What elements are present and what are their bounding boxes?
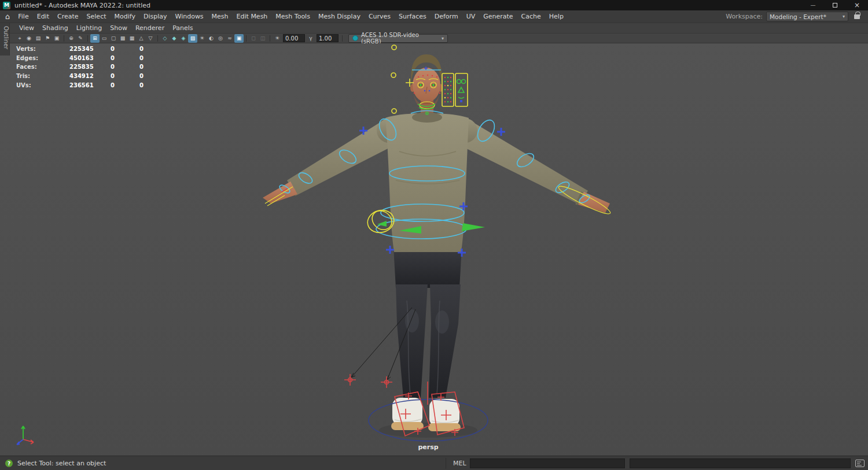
- menu-create[interactable]: Create: [53, 10, 83, 23]
- select-camera-icon[interactable]: ⌖: [15, 34, 24, 43]
- menu-deform[interactable]: Deform: [431, 10, 462, 23]
- mel-toggle[interactable]: MEL: [453, 460, 466, 467]
- exposure-field[interactable]: [283, 34, 305, 42]
- toolbar-separator: [157, 35, 158, 42]
- hud-value: 434912: [69, 72, 87, 81]
- hud-component-count: 0: [115, 81, 144, 90]
- panel-menu-shading[interactable]: Shading: [38, 23, 72, 34]
- gate-mask-icon[interactable]: ▩: [118, 34, 127, 43]
- panel-menu-renderer[interactable]: Renderer: [131, 23, 168, 34]
- hud-row: Faces: 225835 0 0: [16, 62, 144, 72]
- menu-display[interactable]: Display: [139, 10, 171, 23]
- main-menus: FileEditCreateSelectModifyDisplayWindows…: [14, 10, 568, 23]
- hud-label: UVs:: [16, 81, 69, 90]
- menu-select[interactable]: Select: [83, 10, 111, 23]
- camera-name-label: persp: [405, 443, 451, 451]
- minimize-button[interactable]: —: [802, 0, 824, 10]
- hud-value: 450163: [69, 54, 87, 63]
- gamma-field[interactable]: [317, 34, 339, 42]
- perspective-viewport[interactable]: Verts: 225345 0 0 Edges: 450163 0 0 Face…: [0, 43, 868, 456]
- image-plane-icon[interactable]: ▣: [52, 34, 61, 43]
- gamma-icon[interactable]: γ: [306, 34, 315, 43]
- window-title: untitled* - Autodesk MAYA 2022.2: untitl…: [14, 2, 150, 9]
- axis-gizmo: [17, 426, 34, 445]
- menu-modify[interactable]: Modify: [111, 10, 139, 23]
- menu-edit-mesh[interactable]: Edit Mesh: [233, 10, 272, 23]
- film-gate-icon[interactable]: ▭: [100, 34, 109, 43]
- bookmark-icon[interactable]: ⚑: [43, 34, 52, 43]
- textured-icon[interactable]: ▨: [188, 34, 197, 43]
- outliner-tab[interactable]: Outliner: [0, 23, 10, 55]
- hud-component-count: 0: [115, 62, 144, 72]
- menu-uv[interactable]: UV: [462, 10, 480, 23]
- 2d-pan-zoom-icon[interactable]: ⊕: [67, 34, 76, 43]
- workspace-dropdown[interactable]: Modeling - Expert* ▾: [766, 12, 848, 21]
- anti-alias-icon[interactable]: ▣: [234, 34, 244, 43]
- safe-title-icon[interactable]: ▽: [146, 34, 155, 43]
- hud-selected-count: 0: [87, 45, 115, 54]
- toolbar-separator: [246, 35, 247, 42]
- panel-menu-show[interactable]: Show: [106, 23, 131, 34]
- motion-blur-icon[interactable]: ≈: [225, 34, 234, 43]
- maximize-icon: [833, 3, 837, 8]
- hud-label: Verts:: [16, 45, 69, 54]
- isolate-select-icon[interactable]: ◻: [249, 34, 258, 43]
- lock-camera-icon[interactable]: ◉: [24, 34, 34, 43]
- command-result-field[interactable]: [630, 458, 851, 468]
- hud-value: 236561: [69, 81, 87, 90]
- menu-file[interactable]: File: [14, 10, 32, 23]
- status-help-text: Select Tool: select an object: [17, 460, 106, 467]
- left-hand: [263, 182, 297, 203]
- color-management-icon: [352, 35, 358, 41]
- exposure-icon[interactable]: ☀: [273, 34, 282, 43]
- jeans: [393, 247, 462, 398]
- heads-up-display: Verts: 225345 0 0 Edges: 450163 0 0 Face…: [16, 45, 144, 90]
- view-transform-value: ACES 1.0 SDR-video (sRGB): [361, 32, 439, 45]
- view-transform-dropdown[interactable]: ACES 1.0 SDR-video (sRGB) ▾: [348, 34, 448, 43]
- mel-command-input[interactable]: [470, 458, 625, 468]
- wireframe-icon[interactable]: ◇: [160, 34, 170, 43]
- script-editor-icon[interactable]: [855, 459, 865, 468]
- panel-toolbar: ⌖◉▤⚑▣⊕✎⊞▭▢▩▦△▽◇◆◈▨☀◐◎≈▣◻◫ ☀ γ ACES 1.0 S…: [0, 34, 868, 43]
- panel-menu-view[interactable]: View: [15, 23, 38, 34]
- hud-row: Tris: 434912 0 0: [16, 72, 144, 81]
- menu-surfaces[interactable]: Surfaces: [395, 10, 431, 23]
- hud-row: UVs: 236561 0 0: [16, 81, 144, 90]
- main-menu-bar: ⌂ FileEditCreateSelectModifyDisplayWindo…: [0, 10, 868, 23]
- lock-icon[interactable]: [854, 14, 860, 19]
- home-icon[interactable]: ⌂: [3, 12, 14, 21]
- wireframe-on-shaded-icon[interactable]: ◈: [179, 34, 188, 43]
- x-ray-icon[interactable]: ◫: [258, 34, 267, 43]
- menu-help[interactable]: Help: [545, 10, 568, 23]
- safe-action-icon[interactable]: △: [137, 34, 146, 43]
- maximize-button[interactable]: [824, 0, 846, 10]
- hud-label: Edges:: [16, 54, 69, 63]
- use-all-lights-icon[interactable]: ☀: [197, 34, 207, 43]
- field-chart-icon[interactable]: ▦: [127, 34, 137, 43]
- menu-generate[interactable]: Generate: [479, 10, 517, 23]
- maya-window: M untitled* - Autodesk MAYA 2022.2: unti…: [0, 0, 868, 470]
- grease-pencil-icon[interactable]: ✎: [76, 34, 85, 43]
- menu-mesh-tools[interactable]: Mesh Tools: [271, 10, 314, 23]
- menu-mesh[interactable]: Mesh: [208, 10, 233, 23]
- grid-icon[interactable]: ⊞: [90, 34, 100, 43]
- chevron-down-icon: ▾: [442, 36, 444, 41]
- menu-mesh-display[interactable]: Mesh Display: [314, 10, 365, 23]
- status-bar: ? Select Tool: select an object MEL: [0, 456, 868, 470]
- menu-curves[interactable]: Curves: [365, 10, 395, 23]
- close-button[interactable]: ×: [846, 0, 868, 10]
- menu-edit[interactable]: Edit: [33, 10, 53, 23]
- menu-cache[interactable]: Cache: [517, 10, 545, 23]
- hud-selected-count: 0: [87, 62, 115, 72]
- hud-value: 225345: [69, 45, 87, 54]
- smooth-shade-icon[interactable]: ◆: [170, 34, 179, 43]
- panel-menu-panels[interactable]: Panels: [168, 23, 197, 34]
- facial-control-panels[interactable]: [442, 73, 468, 106]
- camera-attributes-icon[interactable]: ▤: [34, 34, 43, 43]
- shadows-icon[interactable]: ◐: [207, 34, 216, 43]
- panel-menu-lighting[interactable]: Lighting: [72, 23, 106, 34]
- screen-space-ao-icon[interactable]: ◎: [216, 34, 225, 43]
- viewport-canvas[interactable]: [0, 43, 868, 456]
- resolution-gate-icon[interactable]: ▢: [109, 34, 118, 43]
- menu-windows[interactable]: Windows: [171, 10, 208, 23]
